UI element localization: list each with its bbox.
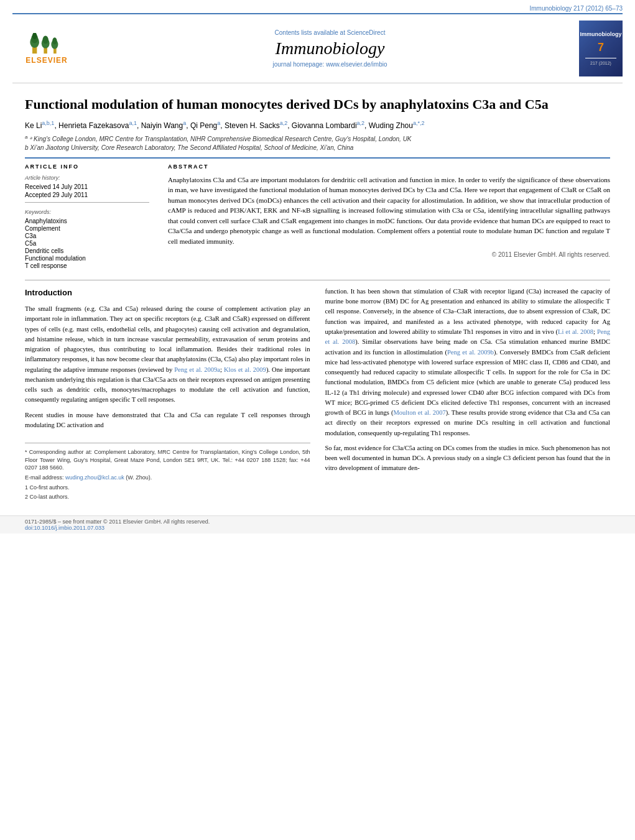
keyword-5: Dendritic cells bbox=[25, 247, 149, 254]
elsevier-text: ELSEVIER bbox=[25, 56, 67, 65]
intro-para3: So far, most evidence for C3a/C5a acting… bbox=[325, 443, 611, 474]
footnote-corresponding: * Corresponding author at: Complement La… bbox=[25, 448, 310, 472]
svg-point-9 bbox=[52, 37, 57, 44]
homepage-label: journal homepage: bbox=[273, 61, 325, 68]
svg-point-6 bbox=[43, 35, 49, 44]
author-sup-6: a,2 bbox=[357, 120, 365, 126]
info-abstract-section: ARTICLE INFO Article history: Received 1… bbox=[25, 164, 610, 270]
affil-sup-a: a bbox=[25, 134, 27, 140]
article-content: Functional modulation of human monocytes… bbox=[0, 83, 635, 515]
elsevier-tree-icon bbox=[28, 33, 65, 55]
keyword-1: Anaphylatoxins bbox=[25, 218, 149, 224]
keyword-7: T cell response bbox=[25, 262, 149, 269]
received-date: Received 14 July 2011 bbox=[25, 183, 149, 190]
journal-header: Immunobiology 217 (2012) 65–73 bbox=[0, 0, 635, 83]
elsevier-logo: ELSEVIER bbox=[12, 32, 81, 66]
keyword-2: Complement bbox=[25, 225, 149, 232]
authors-line: Ke Lia,b,1, Henrieta Fazekasovaa,1, Naiy… bbox=[25, 120, 610, 130]
sciencedirect-link[interactable]: ScienceDirect bbox=[347, 29, 386, 36]
contents-line: Contents lists available at ScienceDirec… bbox=[275, 29, 386, 36]
keyword-3: C3a bbox=[25, 233, 149, 239]
title-divider bbox=[25, 157, 610, 159]
author-sup-7: a,*,2 bbox=[413, 120, 425, 126]
body-left-col: Introduction The small fragments (e.g. C… bbox=[25, 287, 310, 503]
article-info-heading: ARTICLE INFO bbox=[25, 164, 149, 170]
volume-info: Immunobiology 217 (2012) 65–73 bbox=[529, 5, 623, 12]
author-sup-1: a,b,1 bbox=[42, 120, 54, 126]
abstract-text: Anaphylatoxins C3a and C5a are important… bbox=[168, 175, 610, 247]
issn-text: 0171-2985/$ – see front matter © 2011 El… bbox=[25, 519, 210, 525]
affiliations: a ᵃ King’s College London, MRC Centre fo… bbox=[25, 134, 610, 152]
ref-moulton2007[interactable]: Moulton et al. 2007 bbox=[393, 409, 445, 416]
keyword-4: C5a bbox=[25, 240, 149, 247]
footnotes: * Corresponding author at: Complement La… bbox=[25, 443, 310, 501]
journal-thumbnail: Immunobiology 7 217 (2012) bbox=[579, 21, 623, 76]
ref-li2008[interactable]: Li et al. 2008 bbox=[558, 328, 593, 335]
footnote-email-link[interactable]: wuding.zhou@kcl.ac.uk bbox=[65, 474, 124, 481]
doi-link[interactable]: doi:10.1016/j.imbio.2011.07.033 bbox=[25, 525, 104, 531]
author-sup-5: a,2 bbox=[280, 120, 288, 126]
ref-peng2009a[interactable]: Peng et al. 2009a bbox=[174, 366, 220, 373]
author-sup-2: a,1 bbox=[129, 120, 137, 126]
keywords-label: Keywords: bbox=[25, 209, 149, 215]
copyright-notice: © 2011 Elsevier GmbH. All rights reserve… bbox=[168, 251, 610, 258]
abstract-heading: ABSTRACT bbox=[168, 164, 610, 170]
ref-peng2009b[interactable]: Peng et al. 2009b bbox=[447, 349, 494, 356]
accepted-date: Accepted 29 July 2011 bbox=[25, 192, 149, 198]
intro-para2: Recent studies in mouse have demonstrate… bbox=[25, 410, 310, 431]
author-sup-3: a bbox=[183, 120, 186, 126]
ref-klos2009[interactable]: Klos et al. 2009 bbox=[224, 366, 266, 373]
info-divider bbox=[25, 202, 149, 203]
keyword-6: Functional modulation bbox=[25, 255, 149, 262]
footnote-email: E-mail address: wuding.zhou@kcl.ac.uk (W… bbox=[25, 474, 310, 482]
article-title: Functional modulation of human monocytes… bbox=[25, 96, 610, 114]
journal-homepage: journal homepage: www.elsevier.de/imbio bbox=[273, 61, 387, 68]
page: Immunobiology 217 (2012) 65–73 bbox=[0, 0, 635, 533]
doi-text: doi:10.1016/j.imbio.2011.07.033 bbox=[25, 525, 104, 531]
homepage-link[interactable]: www.elsevier.de/imbio bbox=[326, 61, 387, 68]
article-info-column: ARTICLE INFO Article history: Received 1… bbox=[25, 164, 149, 270]
doi-bar: 0171-2985/$ – see front matter © 2011 El… bbox=[0, 515, 635, 533]
journal-banner: ELSEVIER Contents lists available at Sci… bbox=[12, 13, 623, 83]
body-right-col: function. It has been shown that stimula… bbox=[325, 287, 611, 503]
intro-para1: The small fragments (e.g. C3a and C5a) r… bbox=[25, 304, 310, 405]
footnote-note1: 1 Co-first authors. bbox=[25, 484, 310, 492]
body-content: Introduction The small fragments (e.g. C… bbox=[25, 287, 610, 503]
intro-para2-cont: function. It has been shown that stimula… bbox=[325, 287, 611, 438]
journal-thumb-text: Immunobiology 7 217 (2012) bbox=[579, 29, 623, 68]
abstract-column: ABSTRACT Anaphylatoxins C3a and C5a are … bbox=[168, 164, 610, 270]
journal-center: Contents lists available at ScienceDirec… bbox=[87, 29, 573, 68]
journal-title: Immunobiology bbox=[276, 39, 385, 58]
intro-heading: Introduction bbox=[25, 287, 310, 299]
author-sup-4: a bbox=[217, 120, 220, 126]
affil-a-text: ᵃ King’s College London, MRC Centre for … bbox=[29, 136, 411, 142]
affil-b-text: b Xi’an Jiaotong University, Core Resear… bbox=[25, 144, 353, 151]
contents-label: Contents lists available at bbox=[275, 29, 345, 36]
journal-top-bar: Immunobiology 217 (2012) 65–73 bbox=[12, 5, 623, 12]
history-label: Article history: bbox=[25, 175, 149, 181]
abstract-divider bbox=[25, 280, 610, 280]
footnote-note2: 2 Co-last authors. bbox=[25, 493, 310, 501]
